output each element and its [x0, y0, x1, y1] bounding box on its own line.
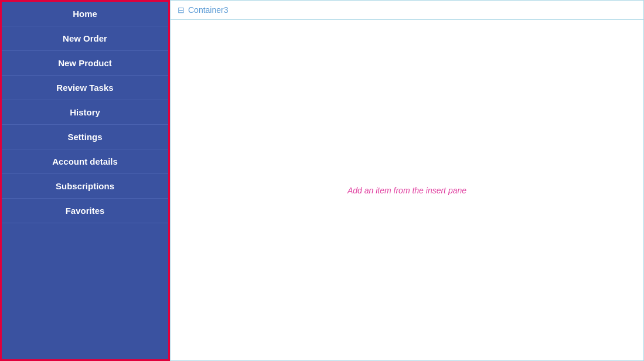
container-icon: ⊟	[178, 5, 185, 15]
sidebar: HomeNew OrderNew ProductReview TasksHist…	[0, 0, 170, 361]
sidebar-item-favorites[interactable]: Favorites	[2, 199, 168, 223]
placeholder-text: Add an item from the insert pane	[347, 186, 466, 195]
sidebar-item-settings[interactable]: Settings	[2, 125, 168, 149]
sidebar-item-new-product[interactable]: New Product	[2, 51, 168, 76]
sidebar-item-history[interactable]: History	[2, 100, 168, 125]
main-content: ⊟ Container3 Add an item from the insert…	[170, 0, 644, 361]
sidebar-item-review-tasks[interactable]: Review Tasks	[2, 76, 168, 100]
container-label: Container3	[188, 5, 229, 15]
sidebar-item-home[interactable]: Home	[2, 2, 168, 26]
main-body: Add an item from the insert pane	[171, 20, 643, 360]
main-header: ⊟ Container3	[171, 1, 643, 20]
sidebar-item-new-order[interactable]: New Order	[2, 26, 168, 51]
sidebar-item-subscriptions[interactable]: Subscriptions	[2, 174, 168, 199]
sidebar-item-account-details[interactable]: Account details	[2, 149, 168, 174]
